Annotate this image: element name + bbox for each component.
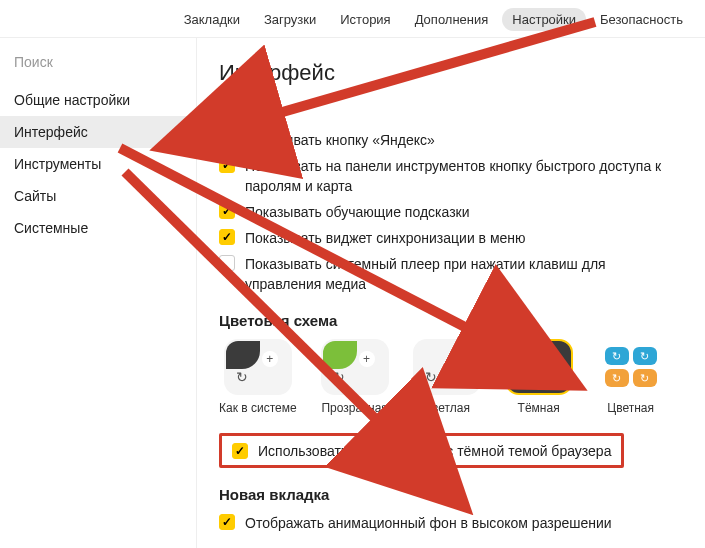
top-tab-security[interactable]: Безопасность [590,8,693,31]
check-label: Показывать кнопку «Яндекс» [245,130,435,150]
color-option-light[interactable]: +↻ Светлая [413,339,481,415]
checkbox-icon[interactable] [219,229,235,245]
top-tab-history[interactable]: История [330,8,400,31]
checkbox-icon[interactable] [219,255,235,271]
color-option-color[interactable]: ↻↻ ↻↻ Цветная [597,339,665,415]
highlight-dark-backgrounds: Использовать тёмные фоны с тёмной темой … [219,433,624,468]
check-show-sync-widget[interactable]: Показывать виджет синхронизации в меню [219,228,683,248]
color-option-system[interactable]: +↻ Как в системе [219,339,297,415]
checkbox-icon[interactable] [219,131,235,147]
color-option-transparent[interactable]: +↻ Прозрачная [321,339,389,415]
check-label: Показывать обучающие подсказки [245,202,470,222]
settings-main: Интерфейс Показывать кнопку «Яндекс» Пок… [197,38,705,548]
section-new-tab: Новая вкладка [219,486,683,503]
check-show-passwords-button[interactable]: Показывать на панели инструментов кнопку… [219,156,683,196]
sidebar-item-system[interactable]: Системные [0,212,196,244]
sidebar-item-sites[interactable]: Сайты [0,180,196,212]
check-label: Показывать виджет синхронизации в меню [245,228,526,248]
checkbox-icon[interactable] [219,157,235,173]
check-label: Показывать системный плеер при нажатии к… [245,254,683,294]
color-option-dark[interactable]: +↻ Тёмная [505,339,573,415]
checkbox-icon[interactable] [219,514,235,530]
sidebar-item-tools[interactable]: Инструменты [0,148,196,180]
check-animated-background-hd[interactable]: Отображать анимационный фон в высоком ра… [219,513,683,533]
check-label: Показывать на панели инструментов кнопку… [245,156,683,196]
color-option-label: Прозрачная [321,401,387,415]
check-show-yandex-button[interactable]: Показывать кнопку «Яндекс» [219,130,683,150]
color-option-label: Тёмная [518,401,560,415]
checkbox-icon[interactable] [219,203,235,219]
top-tab-downloads[interactable]: Загрузки [254,8,326,31]
top-tabs: Закладки Загрузки История Дополнения Нас… [0,0,705,38]
section-color-scheme: Цветовая схема [219,312,683,329]
color-option-label: Как в системе [219,401,297,415]
check-show-media-player[interactable]: Показывать системный плеер при нажатии к… [219,254,683,294]
page-title: Интерфейс [219,60,683,86]
check-label[interactable]: Использовать тёмные фоны с тёмной темой … [258,443,611,459]
checkbox-icon[interactable] [232,443,248,459]
top-tab-addons[interactable]: Дополнения [405,8,499,31]
settings-sidebar: Поиск Общие настройки Интерфейс Инструме… [0,38,197,548]
sidebar-item-interface[interactable]: Интерфейс [0,116,196,148]
check-label: Отображать анимационный фон в высоком ра… [245,513,612,533]
sidebar-item-general[interactable]: Общие настройки [0,84,196,116]
top-tab-settings[interactable]: Настройки [502,8,586,31]
sidebar-search[interactable]: Поиск [0,46,196,84]
color-option-label: Цветная [607,401,654,415]
check-show-hints[interactable]: Показывать обучающие подсказки [219,202,683,222]
color-scheme-options: +↻ Как в системе +↻ Прозрачная +↻ Светла… [219,339,683,415]
color-option-label: Светлая [423,401,470,415]
top-tab-bookmarks[interactable]: Закладки [174,8,250,31]
